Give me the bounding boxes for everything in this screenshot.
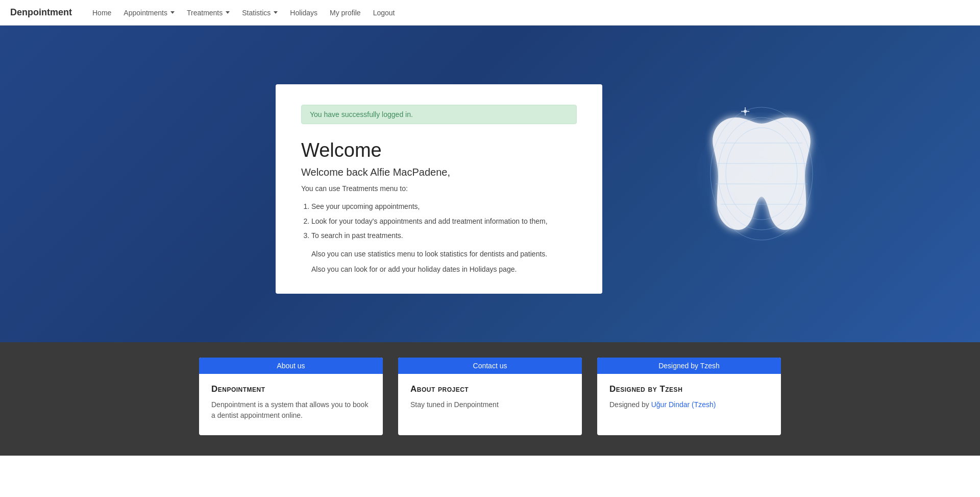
welcome-list: See your upcoming appointments, Look for… xyxy=(301,200,577,243)
footer-card-about-header: About us xyxy=(199,358,383,374)
footer-about-text: Denpointment is a system that allows you… xyxy=(211,399,371,421)
nav-dropdown-treatments[interactable]: Treatments xyxy=(182,6,235,20)
chevron-down-icon xyxy=(226,11,230,14)
footer-card-about-body: Denpointment Denpointment is a system th… xyxy=(199,374,383,435)
footer-card-designer-header: Designed by Tzesh xyxy=(597,358,781,374)
footer-designer-title: Designed by Tzesh xyxy=(609,384,769,394)
footer-designer-text-before: Designed by xyxy=(609,400,651,409)
nav-item-statistics[interactable]: Statistics xyxy=(237,6,283,20)
list-item-2: Look for your today's appointments and a… xyxy=(311,215,577,228)
welcome-note-2: Also you can look for or add your holida… xyxy=(301,265,577,273)
footer-card-contact: Contact us About project Stay tuned in D… xyxy=(398,358,582,435)
success-alert: You have successfully logged in. xyxy=(301,105,577,124)
footer-designer-link[interactable]: Uğur Dindar (Tzesh) xyxy=(651,400,716,409)
nav-link-myprofile[interactable]: My profile xyxy=(325,6,366,20)
footer-card-about: About us Denpointment Denpointment is a … xyxy=(199,358,383,435)
footer-card-designer-body: Designed by Tzesh Designed by Uğur Dinda… xyxy=(597,374,781,424)
footer-card-contact-body: About project Stay tuned in Denpointment xyxy=(398,374,582,424)
footer-card-designer: Designed by Tzesh Designed by Tzesh Desi… xyxy=(597,358,781,435)
footer-about-title: Denpointment xyxy=(211,384,371,394)
navbar: Denpointment Home Appointments Treatment… xyxy=(0,0,980,26)
nav-item-myprofile[interactable]: My profile xyxy=(325,8,366,17)
hero-section: You have successfully logged in. Welcome… xyxy=(0,26,980,342)
welcome-card: You have successfully logged in. Welcome… xyxy=(276,84,602,294)
nav-link-home[interactable]: Home xyxy=(87,6,116,20)
list-item-3: To search in past treatments. xyxy=(311,229,577,243)
nav-item-appointments[interactable]: Appointments xyxy=(118,6,180,20)
brand[interactable]: Denpointment xyxy=(10,7,72,18)
chevron-down-icon xyxy=(170,11,175,14)
welcome-note-1: Also you can use statistics menu to look… xyxy=(301,250,577,258)
nav-link-logout[interactable]: Logout xyxy=(368,6,400,20)
nav-item-holidays[interactable]: Holidays xyxy=(285,8,323,17)
footer-designer-text: Designed by Uğur Dindar (Tzesh) xyxy=(609,399,769,410)
welcome-subtitle: Welcome back Alfie MacPadene, xyxy=(301,167,577,178)
chevron-down-icon xyxy=(274,11,278,14)
footer-card-contact-header: Contact us xyxy=(398,358,582,374)
nav-dropdown-statistics[interactable]: Statistics xyxy=(237,6,283,20)
footer-contact-text: Stay tuned in Denpointment xyxy=(410,399,570,410)
list-item-1: See your upcoming appointments, xyxy=(311,200,577,214)
welcome-description: You can use Treatments menu to: xyxy=(301,184,577,193)
nav-dropdown-appointments[interactable]: Appointments xyxy=(118,6,180,20)
nav-item-treatments[interactable]: Treatments xyxy=(182,6,235,20)
nav-link-holidays[interactable]: Holidays xyxy=(285,6,323,20)
nav-item-home[interactable]: Home xyxy=(87,8,116,17)
nav-item-logout[interactable]: Logout xyxy=(368,8,400,17)
footer-contact-title: About project xyxy=(410,384,570,394)
footer: About us Denpointment Denpointment is a … xyxy=(0,342,980,456)
tooth-illustration xyxy=(690,102,833,266)
welcome-title: Welcome xyxy=(301,139,577,161)
nav-links: Home Appointments Treatments Statistics … xyxy=(87,6,400,20)
